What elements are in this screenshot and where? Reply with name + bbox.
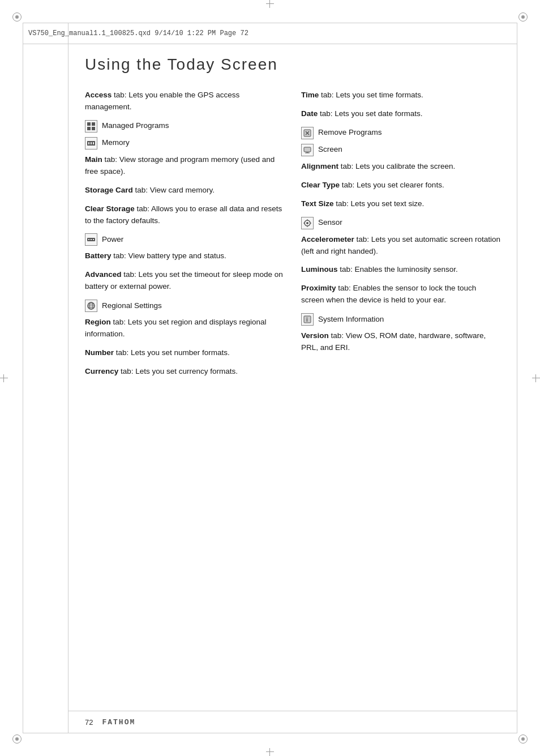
date-text: Date tab: Lets you set date formats. [301,108,500,120]
entry-number: Number tab: Lets you set number formats. [85,347,284,359]
svg-rect-5 [88,142,89,144]
managed-programs-icon [85,120,97,133]
page-number: 72 [85,718,93,727]
remove-programs-row: Remove Programs [301,127,500,139]
proximity-text: Proximity tab: Enables the sensor to loc… [301,283,500,306]
reg-mark-bl [12,734,22,744]
svg-rect-3 [92,127,95,130]
entry-accelerometer: Accelerometer tab: Lets you set automati… [301,234,500,258]
currency-text: Currency tab: Lets you set currency form… [85,366,284,378]
regional-settings-icon [85,300,97,312]
entry-time: Time tab: Lets you set time formats. [301,89,500,101]
entry-clear-type: Clear Type tab: Lets you set clearer fon… [301,180,500,191]
entry-main: Main tab: View storage and program memor… [85,154,284,178]
header-text: VS750_Eng_manual1.1_100825.qxd 9/14/10 1… [28,29,248,37]
entry-currency: Currency tab: Lets you set currency form… [85,366,284,378]
regional-settings-label: Regional Settings [102,300,162,312]
sensor-icon [301,217,314,229]
brand-name: FATHOM [102,718,135,727]
reg-mark-br [518,734,528,744]
advanced-text: Advanced tab: Lets you set the timeout f… [85,269,284,293]
cross-right [532,374,540,382]
right-column: Time tab: Lets you set time formats. Dat… [301,89,500,385]
main-text: Main tab: View storage and program memor… [85,154,284,178]
svg-rect-1 [92,122,95,126]
svg-rect-0 [87,122,91,126]
text-size-text: Text Size tab: Lets you set text size. [301,198,500,210]
two-column-layout: Access tab: Lets you enable the GPS acce… [85,89,500,385]
svg-rect-20 [304,147,311,152]
clear-storage-text: Clear Storage tab: Allows you to erase a… [85,203,284,227]
entry-region: Region tab: Lets you set region and disp… [85,317,284,340]
svg-rect-11 [93,239,94,240]
region-text: Region tab: Lets you set region and disp… [85,317,284,340]
entry-clear-storage: Clear Storage tab: Allows you to erase a… [85,203,284,227]
system-information-row: i System Information [301,313,500,326]
content-area: Using the Today Screen Access tab: Lets … [68,44,517,711]
svg-text:i: i [306,317,308,323]
svg-rect-7 [93,142,94,144]
entry-alignment: Alignment tab: Lets you calibrate the sc… [301,161,500,173]
entry-luminous: Luminous tab: Enables the luminosity sen… [301,264,500,276]
svg-rect-10 [91,239,92,240]
entry-proximity: Proximity tab: Enables the sensor to loc… [301,283,500,306]
cross-left [0,374,8,382]
svg-rect-9 [88,239,89,240]
reg-mark-tl [12,12,22,22]
svg-rect-2 [87,127,91,130]
version-text: Version tab: View OS, ROM date, hardware… [301,330,500,354]
time-text: Time tab: Lets you set time formats. [301,89,500,101]
page-title: Using the Today Screen [85,55,500,74]
managed-programs-label: Managed Programs [102,120,169,132]
reg-mark-tr [518,12,528,22]
sensor-label: Sensor [318,217,342,229]
screen-icon [301,144,314,156]
entry-battery: Battery tab: View battery type and statu… [85,250,284,262]
entry-advanced: Advanced tab: Lets you set the timeout f… [85,269,284,293]
svg-rect-6 [91,142,92,144]
remove-programs-label: Remove Programs [318,127,382,139]
system-information-icon: i [301,313,314,326]
access-text: Access tab: Lets you enable the GPS acce… [85,89,284,113]
accelerometer-text: Accelerometer tab: Lets you set automati… [301,234,500,258]
entry-version: Version tab: View OS, ROM date, hardware… [301,330,500,354]
storage-card-text: Storage Card tab: View card memory. [85,185,284,197]
screen-row: Screen [301,144,500,156]
managed-programs-row: Managed Programs [85,120,284,133]
power-row: Power [85,233,284,246]
screen-label: Screen [318,144,342,156]
luminous-text: Luminous tab: Enables the luminosity sen… [301,264,500,276]
svg-point-24 [306,222,308,224]
entry-access: Access tab: Lets you enable the GPS acce… [85,89,284,113]
entry-text-size: Text Size tab: Lets you set text size. [301,198,500,210]
memory-label: Memory [102,137,130,149]
number-text: Number tab: Lets you set number formats. [85,347,284,359]
left-column: Access tab: Lets you enable the GPS acce… [85,89,284,385]
battery-text: Battery tab: View battery type and statu… [85,250,284,262]
power-label: Power [102,234,123,246]
entry-storage-card: Storage Card tab: View card memory. [85,185,284,197]
cross-bot [266,748,274,756]
system-information-label: System Information [318,314,384,326]
regional-settings-row: Regional Settings [85,300,284,312]
memory-icon [85,137,97,150]
remove-programs-icon [301,127,314,139]
clear-type-text: Clear Type tab: Lets you set clearer fon… [301,180,500,191]
footer: 72 FATHOM [68,711,517,733]
header-bar: VS750_Eng_manual1.1_100825.qxd 9/14/10 1… [23,23,517,44]
cross-top [266,0,274,8]
power-icon [85,233,97,246]
sensor-row: Sensor [301,217,500,229]
memory-row: Memory [85,137,284,150]
alignment-text: Alignment tab: Lets you calibrate the sc… [301,161,500,173]
entry-date: Date tab: Lets you set date formats. [301,108,500,120]
